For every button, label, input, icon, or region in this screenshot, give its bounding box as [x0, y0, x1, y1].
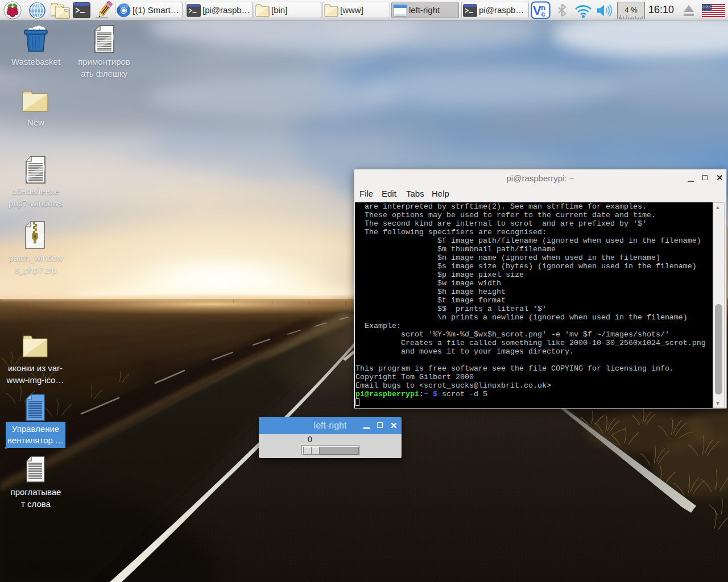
- svg-text:c: c: [541, 10, 545, 18]
- svg-text:V: V: [533, 3, 541, 18]
